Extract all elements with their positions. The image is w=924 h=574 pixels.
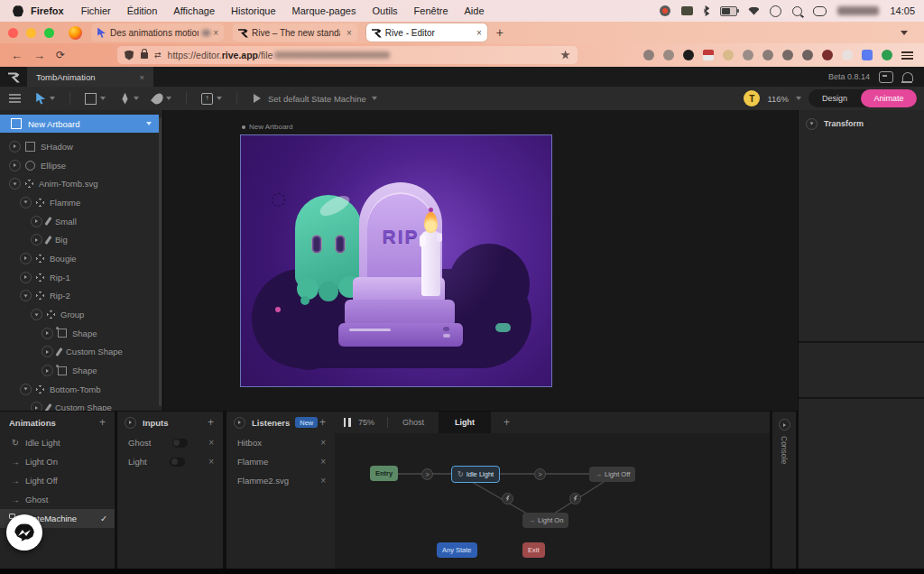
minimize-window-button[interactable] [26,28,36,38]
menubar-clock[interactable]: 14:05 [890,5,915,16]
expand-icon[interactable] [20,272,32,283]
condition-chip[interactable] [502,493,513,505]
tab1-close-icon[interactable]: × [213,28,218,38]
select-tool-caret-icon[interactable] [50,97,55,100]
any-state-node[interactable]: Any State [437,542,477,558]
menu-marque-pages[interactable]: Marque-pages [292,5,356,16]
collapse-icon[interactable] [234,417,245,429]
tree-item-small[interactable]: Small [0,212,162,231]
notifications-bell-icon[interactable] [902,72,913,81]
tree-item-group[interactable]: Group [0,305,162,324]
tab-light-active[interactable]: Light [439,412,491,433]
extension-icon-4[interactable] [703,50,714,60]
select-tool[interactable] [35,93,55,105]
new-tab-button[interactable]: + [496,25,504,40]
tree-item-shadow[interactable]: SHadow [0,137,162,156]
boolean-toggle[interactable] [172,439,188,448]
collapse-icon[interactable] [806,118,818,130]
collapse-icon[interactable] [31,309,42,320]
remove-listener-icon[interactable]: × [320,438,326,448]
tree-item-custom-shape-1[interactable]: Custom Shape [0,343,162,362]
screen-record-icon[interactable] [660,5,670,16]
tree-item-anim-tomb[interactable]: Anim-Tomb.svg [0,174,162,193]
stage-canvas[interactable]: New Artboard RIP [163,110,798,412]
add-graph-tab-button[interactable]: + [504,416,510,429]
firefox-view-icon[interactable] [69,26,82,40]
transition-chip-2[interactable]: > [534,468,546,480]
tree-item-rip-1[interactable]: Rip-1 [0,268,162,287]
menu-fichier[interactable]: Fichier [81,5,111,16]
knife-tool-caret-icon[interactable] [166,97,171,100]
flame-graphic[interactable] [424,212,438,233]
main-menu-icon[interactable] [9,94,21,103]
remove-input-icon[interactable]: × [208,457,214,467]
expand-icon[interactable] [31,216,42,227]
animation-idle-light[interactable]: ↻Idle Light [0,433,115,452]
extension-icon-5[interactable] [723,50,734,60]
extension-icon-13[interactable] [882,50,892,60]
animate-mode-button[interactable]: Animate [861,89,917,107]
expand-icon[interactable] [31,234,42,245]
graph-zoom-level[interactable]: 75% [358,418,374,427]
tab3-close-icon[interactable]: × [476,28,482,38]
transition-chip[interactable]: > [421,468,433,480]
listener-hitbox[interactable]: Hitbox× [226,433,335,452]
idle-light-node-selected[interactable]: ↻Idle Light [451,466,500,483]
browser-tab-1[interactable]: Des animations motion design × [91,23,224,42]
exit-node[interactable]: Exit [522,542,545,558]
extension-icon-10[interactable] [822,50,833,60]
close-window-button[interactable] [8,28,18,38]
remove-listener-icon[interactable]: × [320,457,326,467]
candle-graphic[interactable] [421,231,440,296]
tab2-close-icon[interactable]: × [346,28,352,38]
menu-historique[interactable]: Historique [231,5,276,16]
list-tabs-chevron-icon[interactable] [901,31,908,35]
boolean-toggle[interactable] [170,458,185,467]
extension-icon-9[interactable] [802,50,813,60]
rive-logo-icon[interactable] [8,71,20,83]
url-field[interactable]: ⇄ https://editor.rive.app/file [117,46,578,64]
control-center-icon[interactable] [813,6,827,16]
extension-icon-3[interactable] [683,50,694,60]
set-default-caret-icon[interactable] [372,97,377,100]
artboard-header-caret-icon[interactable] [146,122,152,125]
reload-button[interactable]: ⟳ [56,49,65,61]
bookmark-star-icon[interactable] [560,51,570,60]
menu-aide[interactable]: Aide [465,5,485,16]
artboard-tool[interactable] [85,93,106,105]
extension-icon-12[interactable] [862,50,873,60]
time-machine-icon[interactable] [770,5,781,17]
pause-bars-icon[interactable] [344,418,351,427]
listener-flamme2[interactable]: Flamme2.svg× [226,471,335,490]
zoom-window-button[interactable] [44,28,54,38]
console-strip[interactable]: Console [772,412,796,569]
set-default-state-machine-button[interactable]: Set default State Machine [268,94,366,104]
tree-item-big[interactable]: Big [0,230,162,249]
tree-item-ellipse[interactable]: Ellipse [0,156,162,175]
export-tool[interactable]: ↑ [201,93,222,105]
entry-node[interactable]: Entry [370,466,398,481]
zoom-level[interactable]: 116% [767,94,789,104]
tree-item-flamme[interactable]: Flamme [0,193,162,212]
extension-icon-6[interactable] [743,50,753,60]
expand-icon[interactable] [42,365,53,376]
user-avatar[interactable]: T [744,90,760,106]
tab-ghost[interactable]: Ghost [402,418,424,427]
file-tab[interactable]: TombAnimation × [27,67,153,87]
feedback-icon[interactable] [879,71,893,83]
remove-input-icon[interactable]: × [208,438,214,448]
menu-fenetre[interactable]: Fenêtre [414,5,448,16]
artboard[interactable]: RIP [241,135,551,386]
pen-tool[interactable] [120,93,139,105]
collapse-icon[interactable] [20,197,32,208]
tree-item-custom-shape-2[interactable]: Custom Shape [0,399,162,412]
tree-item-shape-2[interactable]: Shape [0,361,162,380]
expand-icon[interactable] [42,346,53,357]
back-button[interactable]: ← [11,49,23,62]
play-icon[interactable] [254,94,261,103]
remove-listener-icon[interactable]: × [320,476,326,486]
collapse-icon[interactable] [20,290,32,301]
listener-flamme[interactable]: Flamme× [226,452,335,471]
tree-item-bottom-tomb[interactable]: Bottom-Tomb [0,380,162,399]
browser-tab-3-active[interactable]: Rive - Editor × [366,23,487,42]
